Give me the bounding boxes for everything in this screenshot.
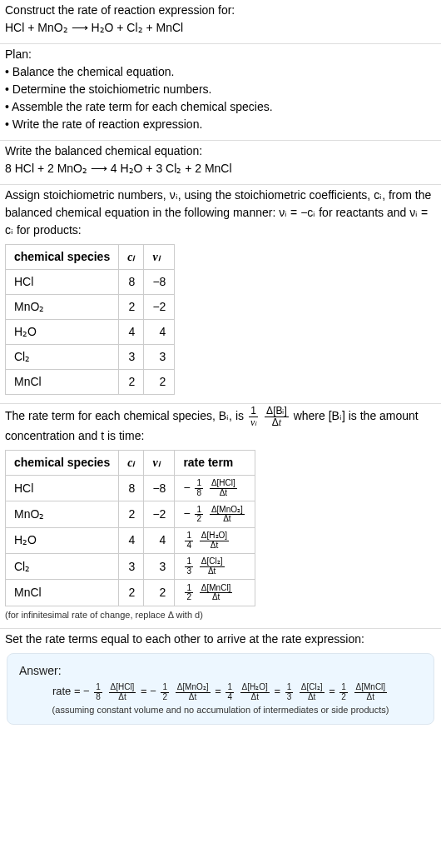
rateterm-table: chemical species cᵢ νᵢ rate term HCl 8 −… <box>5 450 255 606</box>
cell-c: 2 <box>119 295 144 320</box>
col-rate: rate term <box>175 451 255 476</box>
cell-c: 2 <box>119 501 144 527</box>
answer-label: Answer: <box>19 662 422 680</box>
fraction-icon: Δ[H₂O]Δt <box>240 683 270 701</box>
table-header-row: chemical species cᵢ νᵢ <box>6 245 175 270</box>
plan-item: • Determine the stoichiometric numbers. <box>5 81 436 98</box>
fraction-icon: 12 <box>195 506 203 524</box>
fraction-icon: 18 <box>94 683 102 701</box>
fraction-icon: Δ[H₂O]Δt <box>200 531 229 550</box>
fraction-icon: 1νᵢ <box>249 406 258 427</box>
cell-v: −8 <box>144 476 175 501</box>
cell-c: 2 <box>119 580 144 606</box>
cell-species: MnO₂ <box>6 295 119 320</box>
fraction-icon: Δ[MnO₂]Δt <box>210 506 245 524</box>
cell-c: 2 <box>119 370 144 395</box>
balanced-heading: Write the balanced chemical equation: <box>5 142 436 160</box>
final-section: Set the rate terms equal to each other t… <box>0 629 441 733</box>
cell-v: 2 <box>144 370 175 395</box>
col-ci: cᵢ <box>119 451 144 476</box>
cell-c: 8 <box>119 476 144 501</box>
plan-item: • Balance the chemical equation. <box>5 63 436 81</box>
fraction-icon: Δ[MnCl]Δt <box>200 584 233 602</box>
cell-v: 4 <box>144 527 175 553</box>
col-species: chemical species <box>6 245 119 270</box>
answer-assumption: (assuming constant volume and no accumul… <box>19 703 422 717</box>
rateterm-intro: The rate term for each chemical species,… <box>5 406 436 445</box>
answer-box: Answer: rate = − 18 Δ[HCl]Δt = − 12 Δ[Mn… <box>7 653 434 725</box>
fraction-icon: Δ[MnCl]Δt <box>354 683 388 701</box>
cell-v: 2 <box>144 580 175 606</box>
table-row: H₂O 4 4 14 Δ[H₂O]Δt <box>6 527 255 553</box>
balanced-equation: 8 HCl + 2 MnO₂ ⟶ 4 H₂O + 3 Cl₂ + 2 MnCl <box>5 160 436 177</box>
stoich-intro: Assign stoichiometric numbers, νᵢ, using… <box>5 187 436 239</box>
cell-species: MnO₂ <box>6 501 119 527</box>
cell-species: Cl₂ <box>6 554 119 580</box>
cell-species: H₂O <box>6 320 119 345</box>
cell-rate: 14 Δ[H₂O]Δt <box>175 527 255 553</box>
plan-item: • Write the rate of reaction expression. <box>5 116 436 133</box>
col-ci: cᵢ <box>119 245 144 270</box>
prompt-text: Construct the rate of reaction expressio… <box>5 2 436 19</box>
cell-rate: 12 Δ[MnCl]Δt <box>175 580 255 606</box>
plan-section: Plan: • Balance the chemical equation. •… <box>0 44 441 141</box>
table-row: Cl₂ 3 3 13 Δ[Cl₂]Δt <box>6 554 255 580</box>
cell-v: 3 <box>144 345 175 370</box>
cell-species: MnCl <box>6 370 119 395</box>
fraction-icon: 12 <box>161 683 169 701</box>
col-species: chemical species <box>6 451 119 476</box>
rateterm-note: (for infinitesimal rate of change, repla… <box>5 608 436 622</box>
cell-v: −2 <box>144 501 175 527</box>
table-header-row: chemical species cᵢ νᵢ rate term <box>6 451 255 476</box>
fraction-icon: Δ[Cl₂]Δt <box>300 683 325 701</box>
prompt-section: Construct the rate of reaction expressio… <box>0 0 441 44</box>
col-vi: νᵢ <box>144 245 175 270</box>
cell-species: Cl₂ <box>6 345 119 370</box>
table-row: HCl 8 −8 − 18 Δ[HCl]Δt <box>6 476 255 501</box>
cell-c: 3 <box>119 554 144 580</box>
cell-species: H₂O <box>6 527 119 553</box>
stoich-section: Assign stoichiometric numbers, νᵢ, using… <box>0 185 441 404</box>
cell-rate: 13 Δ[Cl₂]Δt <box>175 554 255 580</box>
table-row: Cl₂ 3 3 <box>6 345 175 370</box>
fraction-icon: 12 <box>339 683 348 701</box>
fraction-icon: Δ[MnO₂]Δt <box>176 683 211 701</box>
table-row: MnO₂ 2 −2 <box>6 295 175 320</box>
col-vi: νᵢ <box>144 451 175 476</box>
fraction-icon: 12 <box>185 584 193 602</box>
table-row: H₂O 4 4 <box>6 320 175 345</box>
cell-species: HCl <box>6 476 119 501</box>
fraction-icon: Δ[HCl]Δt <box>109 683 136 701</box>
cell-c: 4 <box>119 527 144 553</box>
plan-heading: Plan: <box>5 46 436 63</box>
fraction-icon: 13 <box>185 557 193 576</box>
cell-v: −8 <box>144 270 175 295</box>
table-row: MnCl 2 2 <box>6 370 175 395</box>
stoich-table: chemical species cᵢ νᵢ HCl 8 −8 MnO₂ 2 −… <box>5 244 175 395</box>
final-heading: Set the rate terms equal to each other t… <box>5 631 436 648</box>
rate-expression: rate = − 18 Δ[HCl]Δt = − 12 Δ[MnO₂]Δt = … <box>19 683 422 701</box>
fraction-icon: 18 <box>195 479 203 497</box>
fraction-icon: 14 <box>225 683 234 701</box>
prompt-equation: HCl + MnO₂ ⟶ H₂O + Cl₂ + MnCl <box>5 19 436 37</box>
cell-c: 8 <box>119 270 144 295</box>
cell-c: 3 <box>119 345 144 370</box>
balanced-section: Write the balanced chemical equation: 8 … <box>0 141 441 185</box>
table-row: MnO₂ 2 −2 − 12 Δ[MnO₂]Δt <box>6 501 255 527</box>
cell-rate: − 12 Δ[MnO₂]Δt <box>175 501 255 527</box>
rateterm-section: The rate term for each chemical species,… <box>0 404 441 629</box>
cell-species: HCl <box>6 270 119 295</box>
fraction-icon: Δ[Cl₂]Δt <box>200 557 225 576</box>
fraction-icon: Δ[HCl]Δt <box>210 479 237 497</box>
fraction-icon: 14 <box>185 531 193 550</box>
cell-v: −2 <box>144 295 175 320</box>
fraction-icon: 13 <box>285 683 294 701</box>
cell-species: MnCl <box>6 580 119 606</box>
cell-v: 4 <box>144 320 175 345</box>
plan-item: • Assemble the rate term for each chemic… <box>5 98 436 116</box>
cell-rate: − 18 Δ[HCl]Δt <box>175 476 255 501</box>
cell-v: 3 <box>144 554 175 580</box>
cell-c: 4 <box>119 320 144 345</box>
fraction-icon: Δ[Bᵢ]Δt <box>265 406 289 427</box>
table-row: MnCl 2 2 12 Δ[MnCl]Δt <box>6 580 255 606</box>
